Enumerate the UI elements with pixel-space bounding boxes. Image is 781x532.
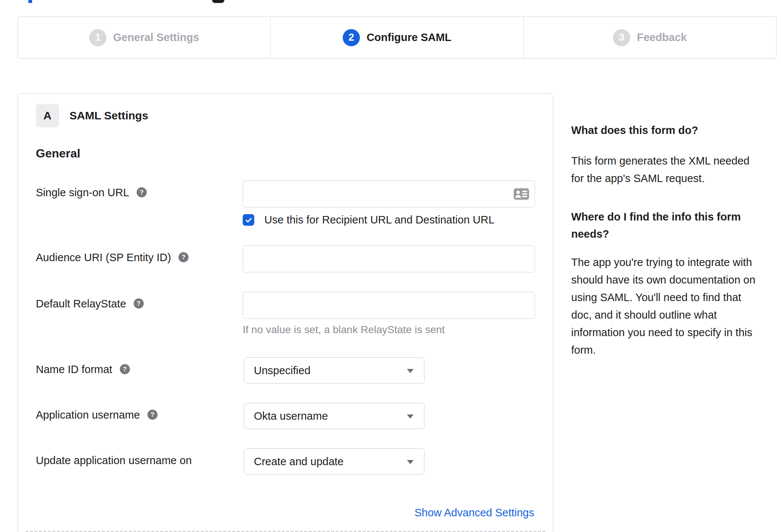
help-answer-1: This form generates the XML needed for t… xyxy=(571,152,760,187)
relay-state-label: Default RelayState xyxy=(36,297,126,310)
saml-settings-panel: A SAML Settings General Single sign-on U… xyxy=(18,93,553,532)
relay-state-input[interactable] xyxy=(243,292,535,319)
help-question-1: What does this form do? xyxy=(571,122,760,139)
help-question-2: Where do I find the info this form needs… xyxy=(571,208,760,242)
header-logo-fragment xyxy=(28,0,32,3)
application-username-help-icon[interactable]: ? xyxy=(147,410,158,420)
update-username-select[interactable]: Create and update xyxy=(244,448,424,475)
application-username-value: Okta username xyxy=(254,410,328,422)
checkmark-icon xyxy=(245,216,253,224)
relay-state-help-icon[interactable]: ? xyxy=(134,298,144,309)
update-username-value: Create and update xyxy=(254,456,343,468)
step-2-label: Configure SAML xyxy=(367,31,451,44)
recipient-url-checkbox-label: Use this for Recipient URL and Destinati… xyxy=(264,214,494,226)
name-id-format-help-icon[interactable]: ? xyxy=(120,364,130,374)
relay-state-hint: If no value is set, a blank RelayState i… xyxy=(243,324,535,336)
name-id-format-select[interactable]: Unspecified xyxy=(244,357,424,384)
help-sidebar: What does this form do? This form genera… xyxy=(571,122,760,359)
audience-uri-input[interactable] xyxy=(243,245,535,272)
chevron-down-icon xyxy=(407,460,414,464)
advanced-settings-row: Show Advanced Settings xyxy=(36,507,535,519)
header-icon-fragment xyxy=(212,0,224,3)
show-advanced-settings-link[interactable]: Show Advanced Settings xyxy=(414,507,534,519)
contact-card-icon[interactable] xyxy=(514,188,529,200)
application-username-label: Application username xyxy=(36,408,140,422)
name-id-format-value: Unspecified xyxy=(254,364,311,377)
update-username-row: Update application username on Create an… xyxy=(36,448,535,475)
chevron-down-icon xyxy=(407,414,414,419)
help-answer-2: The app you're trying to integrate with … xyxy=(571,254,760,359)
application-username-row: Application username ? Okta username xyxy=(36,403,535,429)
step-feedback[interactable]: 3 Feedback xyxy=(523,17,776,58)
audience-uri-label: Audience URI (SP Entity ID) xyxy=(36,251,171,264)
step-3-circle: 3 xyxy=(613,29,630,46)
audience-uri-help-icon[interactable]: ? xyxy=(178,252,189,262)
step-general-settings[interactable]: 1 General Settings xyxy=(18,17,270,58)
application-username-select[interactable]: Okta username xyxy=(244,403,424,429)
step-configure-saml[interactable]: 2 Configure SAML xyxy=(270,17,523,58)
relay-state-row: Default RelayState ? If no value is set,… xyxy=(36,292,535,336)
name-id-format-row: Name ID format ? Unspecified xyxy=(36,357,535,384)
step-1-label: General Settings xyxy=(113,31,199,44)
sso-url-help-icon[interactable]: ? xyxy=(137,187,147,197)
chevron-down-icon xyxy=(407,369,414,373)
panel-header: A SAML Settings xyxy=(36,104,535,127)
section-a-badge: A xyxy=(36,104,59,127)
recipient-url-checkbox-row: Use this for Recipient URL and Destinati… xyxy=(243,214,535,226)
wizard-stepper: 1 General Settings 2 Configure SAML 3 Fe… xyxy=(18,16,777,59)
step-1-circle: 1 xyxy=(89,29,106,46)
sso-url-input[interactable] xyxy=(243,181,535,207)
panel-title: SAML Settings xyxy=(69,109,148,122)
step-2-circle: 2 xyxy=(343,29,360,46)
update-username-label: Update application username on xyxy=(36,454,192,467)
name-id-format-label: Name ID format xyxy=(36,363,112,376)
sso-url-row: Single sign-on URL ? xyxy=(36,181,535,226)
recipient-url-checkbox[interactable] xyxy=(243,214,254,226)
audience-uri-row: Audience URI (SP Entity ID) ? xyxy=(36,245,535,272)
step-3-label: Feedback xyxy=(637,31,687,44)
sso-url-label: Single sign-on URL xyxy=(36,186,129,199)
general-section-heading: General xyxy=(36,147,535,160)
